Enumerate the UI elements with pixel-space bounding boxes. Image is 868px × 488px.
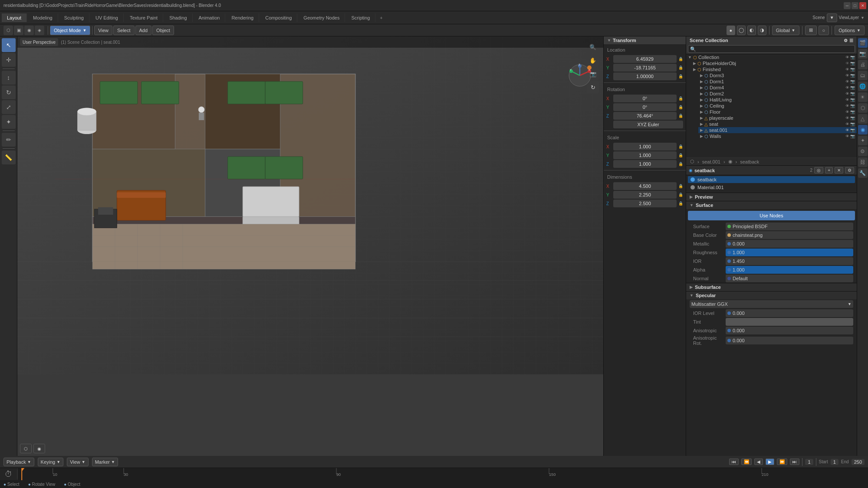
tab-modeling[interactable]: Modeling [28,13,58,22]
specular-type-selector[interactable]: Multiscatter GGX ▼ [690,300,853,308]
sc-pho-eye[interactable]: 👁 [845,61,849,66]
gizmo-toggle[interactable]: ◉ [33,444,45,453]
sc-collection-render[interactable]: 📷 [850,55,855,59]
tab-texture-paint[interactable]: Texture Paint [125,13,163,22]
sc-finished-render[interactable]: 📷 [850,67,855,72]
tab-geometry-nodes[interactable]: Geometry Nodes [298,13,345,22]
dimension-y[interactable]: 2.250 [613,191,677,199]
frame-current[interactable]: 1 [805,459,813,465]
preview-section-header[interactable]: ▶ Preview [686,193,857,201]
sc-finished-eye[interactable]: 👁 [845,67,849,72]
jump-start-btn[interactable]: ⏮ [729,459,739,465]
mat-slot-seatback[interactable]: seatback [688,176,855,183]
sc-finished[interactable]: ▶ ⬡ Finished 👁 📷 [686,66,857,72]
minimize-btn[interactable]: ─ [844,2,851,9]
end-frame[interactable]: 250 [852,459,865,465]
subsurface-header[interactable]: ▶ Subsurface [686,283,857,291]
location-z-lock[interactable]: 🔒 [678,74,683,79]
tab-shading[interactable]: Shading [164,13,192,22]
sc-floor[interactable]: ▶ ⬡ Floor 👁📷 [698,109,857,115]
location-y-lock[interactable]: 🔒 [678,66,683,70]
sc-seat[interactable]: ▶ △ seat 👁📷 [698,121,857,127]
reverse-play-btn[interactable]: ◀ [754,459,763,465]
sc-seat-001[interactable]: ▶ △ seat.001 👁📷 [698,127,857,133]
proportional-edit[interactable]: ○ [819,26,829,35]
toolbar-icon-4[interactable]: ◈ [35,26,44,35]
scene-selector[interactable]: ▼ [827,13,837,22]
tab-layout[interactable]: Layout [2,13,27,22]
rp-scene-props-icon[interactable]: 🌐 [858,82,868,91]
surface-type-selector[interactable]: Principled BSDF [726,223,853,230]
anisotropic-rot-value[interactable]: 0.000 [726,337,853,344]
play-btn[interactable]: ▶ [766,459,774,465]
transform-tool[interactable]: ✦ [2,115,16,129]
rp-output-icon[interactable]: 🖨 [858,60,868,69]
object-mode-btn[interactable]: Object Mode▼ [50,26,90,35]
sc-dorm1[interactable]: ▶ ⬡ Dorm1 👁📷 [698,79,857,85]
rp-modifier-icon[interactable]: 🔧 [858,168,868,178]
specular-header[interactable]: ▼ Specular [686,291,857,299]
transform-header[interactable]: ▼ Transform [604,36,686,44]
scale-z[interactable]: 1.000 [613,160,677,168]
rp-mesh-icon[interactable]: △ [858,114,868,124]
sc-dorm3[interactable]: ▶ ⬡ Dorm3 👁📷 [698,72,857,79]
start-frame[interactable]: 1 [831,459,838,465]
rp-scene-icon[interactable]: 🎬 [858,38,868,48]
orientation-gizmo[interactable]: Z X Y [567,62,593,88]
select-menu[interactable]: Select [113,26,135,35]
sc-ceiling[interactable]: ▶ ⬡ Ceiling 👁📷 [698,103,857,109]
toolbar-icon-3[interactable]: ◉ [24,26,34,35]
rotation-mode[interactable]: XYZ Euler [613,121,683,128]
toolbar-icon-2[interactable]: ▣ [14,26,23,35]
rotation-y[interactable]: 0° [613,103,677,111]
scale-x-lock[interactable]: 🔒 [678,144,683,149]
rotation-y-lock[interactable]: 🔒 [678,105,683,109]
measure-tool[interactable]: 📏 [2,151,16,164]
toolbar-icon-1[interactable]: ⬡ [3,26,13,35]
sc-collection-eye[interactable]: 👁 [845,55,849,59]
next-frame-btn[interactable]: ⏩ [777,459,787,465]
rotation-z-lock[interactable]: 🔒 [678,114,683,118]
tab-sculpting[interactable]: Sculpting [59,13,89,22]
viewport-shading-material[interactable]: ◑ [758,26,766,35]
tab-compositing[interactable]: Compositing [260,13,297,22]
add-tab-btn[interactable]: + [376,13,386,22]
sc-playerscale[interactable]: ▶ △ playerscale 👁📷 [698,115,857,121]
tab-rendering[interactable]: Rendering [226,13,259,22]
object-menu[interactable]: Object [152,26,174,35]
rp-material-icon[interactable]: ◉ [858,125,868,134]
location-y[interactable]: -18.71165 [613,64,677,72]
rp-world-icon[interactable]: ☀ [858,92,868,102]
timeline-ruler[interactable]: 10 30 90 150 210 [17,468,868,480]
move-tool[interactable]: ↕ [2,71,16,85]
rp-render-icon[interactable]: 📷 [858,49,868,59]
breadcrumb-seat001[interactable]: seat.001 [702,159,720,164]
add-menu[interactable]: Add [135,26,152,35]
outliner-search-input[interactable] [688,45,855,53]
location-z[interactable]: 1.00000 [613,72,677,80]
global-btn[interactable]: Global▼ [772,26,799,35]
material-new-btn[interactable]: + [825,167,833,174]
options-btn[interactable]: Options ▼ [835,26,865,35]
tab-animation[interactable]: Animation [194,13,226,22]
viewport-mode-btn[interactable]: User Perspective [20,38,58,46]
scale-y-lock[interactable]: 🔒 [678,153,683,157]
maximize-btn[interactable]: □ [852,2,858,9]
cursor-tool[interactable]: ✛ [2,53,16,67]
annotate-tool[interactable]: ✏ [2,133,16,147]
alpha-value[interactable]: 1.000 [726,266,853,274]
prev-frame-btn[interactable]: ⏪ [741,459,752,465]
metallic-value[interactable]: 0.000 [726,240,853,248]
scale-z-lock[interactable]: 🔒 [678,162,683,166]
viewport-shading-solid[interactable]: ● [727,26,735,35]
roughness-value[interactable]: 1.000 [726,249,853,256]
rotation-z[interactable]: 76.464° [613,112,677,120]
viewport-shading-rendered[interactable]: ◐ [747,26,756,35]
rp-particles-icon[interactable]: ✦ [858,136,868,145]
playback-dropdown[interactable]: Playback▼ [3,458,34,466]
snap-btn[interactable]: ⊞ [805,26,817,35]
select-tool[interactable]: ↖ [2,38,16,52]
view-dropdown[interactable]: View▼ [67,458,89,466]
rp-physics-icon[interactable]: ⚙ [858,147,868,156]
ior-level-value[interactable]: 0.000 [726,309,853,317]
